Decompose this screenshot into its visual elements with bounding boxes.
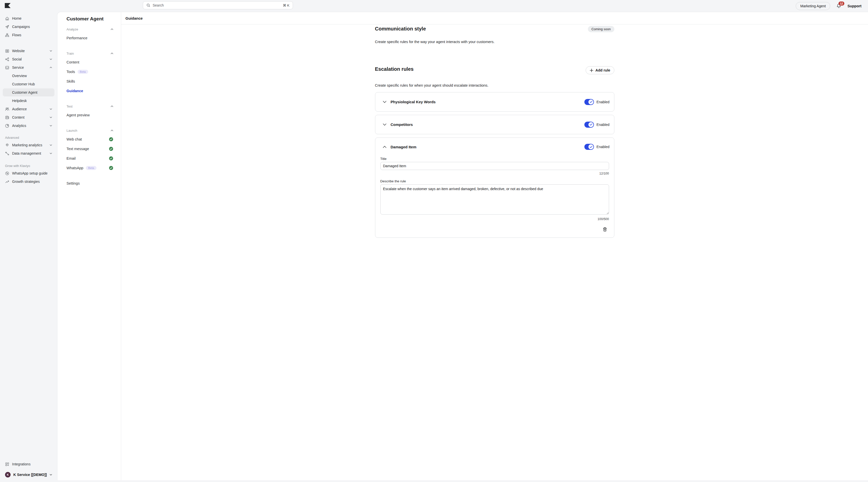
beta-badge: Beta <box>86 166 96 170</box>
chevron-up-icon <box>50 67 52 68</box>
sidebar-item-content[interactable]: Content <box>3 113 54 121</box>
test-section-header[interactable]: Test <box>66 104 113 108</box>
description-field-label: Describe the rule <box>380 179 434 183</box>
search-input[interactable] <box>153 3 281 7</box>
subnav-item-agent-preview[interactable]: Agent preview <box>66 111 113 119</box>
sidebar-item-customer-hub[interactable]: Customer Hub <box>3 80 54 88</box>
search-shortcut: ⌘ K <box>283 3 289 7</box>
escalation-rules-heading: Escalation rules <box>375 66 413 72</box>
subnav-item-whatsapp[interactable]: WhatsApp Beta <box>66 164 113 172</box>
sidebar-item-home[interactable]: Home <box>3 14 54 23</box>
chevron-down-icon <box>50 58 52 60</box>
customer-agent-subnav: Customer Agent Analyze Performance Train… <box>57 12 121 241</box>
rule-title-input[interactable] <box>380 162 434 170</box>
top-bar: ⌘ K Marketing Agent 12 Support <box>0 0 434 12</box>
chevron-down-icon <box>50 50 52 52</box>
sidebar-item-customer-agent[interactable]: Customer Agent <box>3 88 54 96</box>
chevron-down-icon <box>50 125 52 126</box>
check-circle-icon <box>109 166 113 170</box>
main-content: Guidance Communication style Coming soon… <box>121 12 434 241</box>
inbox-icon <box>5 65 9 70</box>
communication-style-heading: Communication style <box>375 26 426 32</box>
chevron-down-icon <box>50 108 52 110</box>
check-circle-icon <box>109 156 113 161</box>
global-search[interactable]: ⌘ K <box>143 1 293 9</box>
chevron-down-icon <box>50 117 52 118</box>
subnav-item-skills[interactable]: Skills <box>66 77 113 85</box>
search-icon <box>146 3 150 7</box>
rule-card-physiological: Physiological Key Words Enabled <box>375 92 434 111</box>
share-nodes-icon <box>5 57 9 61</box>
document-icon <box>5 49 9 53</box>
sidebar-item-whatsapp-setup[interactable]: WhatsApp setup guide <box>3 169 54 177</box>
sidebar-item-helpdesk[interactable]: Helpdesk <box>3 97 54 105</box>
chevron-up-icon <box>111 130 113 131</box>
escalation-rules-description: Create specific rules for when your agen… <box>375 83 434 87</box>
subnav-title: Customer Agent <box>66 16 113 22</box>
pie-chart-icon <box>5 124 9 128</box>
beta-badge: Beta <box>78 70 88 74</box>
sidebar-item-campaigns[interactable]: Campaigns <box>3 23 54 31</box>
description-char-counter: 100/500 <box>380 217 434 221</box>
home-icon <box>5 17 9 21</box>
rule-card-damaged-item: Damaged Item Enabled <box>375 137 434 238</box>
chevron-up-icon <box>111 28 113 30</box>
sidebar-item-audience[interactable]: Audience <box>3 105 54 113</box>
lightbulb-icon <box>5 143 9 147</box>
send-icon <box>5 25 9 29</box>
title-char-counter: 12/100 <box>380 172 434 175</box>
sidebar-item-service[interactable]: Service <box>3 63 54 71</box>
sidebar-item-overview[interactable]: Overview <box>3 72 54 80</box>
analyze-section-header[interactable]: Analyze <box>66 27 113 31</box>
chevron-up-icon <box>111 53 113 54</box>
check-circle-icon <box>109 147 113 151</box>
subnav-item-web-chat[interactable]: Web chat <box>66 135 113 143</box>
content-panel: Customer Agent Analyze Performance Train… <box>57 12 434 241</box>
grow-section-label: Grow with Klaviyo <box>5 164 52 168</box>
launch-section-header[interactable]: Launch <box>66 128 113 132</box>
sidebar-item-website[interactable]: Website <box>3 47 54 55</box>
subnav-item-text-message[interactable]: Text message <box>66 145 113 153</box>
sidebar-item-data-management[interactable]: Data management <box>3 149 54 157</box>
flow-icon <box>5 33 9 37</box>
title-field-label: Title <box>380 157 434 161</box>
advanced-section-label: Advanced <box>5 136 52 139</box>
subnav-item-content[interactable]: Content <box>66 58 113 66</box>
sidebar-item-analytics[interactable]: Analytics <box>3 122 54 130</box>
klaviyo-logo-icon[interactable] <box>5 3 10 8</box>
sidebar-item-growth-strategies[interactable]: Growth strategies <box>3 178 54 186</box>
chevron-down-icon[interactable] <box>383 101 386 103</box>
check-circle-icon <box>109 137 113 141</box>
data-nodes-icon <box>5 151 9 156</box>
subnav-item-performance[interactable]: Performance <box>66 34 113 42</box>
news-icon <box>5 115 9 120</box>
subnav-item-settings[interactable]: Settings <box>66 180 113 187</box>
chevron-down-icon[interactable] <box>383 123 386 126</box>
users-icon <box>5 107 9 111</box>
subnav-item-guidance[interactable]: Guidance <box>66 87 113 95</box>
trending-up-icon <box>5 180 9 184</box>
sidebar-item-marketing-analytics[interactable]: Marketing analytics <box>3 141 54 149</box>
chevron-down-icon <box>50 144 52 146</box>
chevron-up-icon[interactable] <box>383 146 386 148</box>
page-title: Guidance <box>121 12 434 25</box>
primary-sidebar: Home Campaigns Flows Website <box>0 12 57 241</box>
sidebar-item-social[interactable]: Social <box>3 55 54 63</box>
rule-description-textarea[interactable]: Escalate when the customer says an item … <box>380 184 434 215</box>
subnav-item-email[interactable]: Email <box>66 155 113 162</box>
rule-card-competitors: Competitors Enabled <box>375 115 434 134</box>
subnav-item-tools[interactable]: Tools Beta <box>66 68 113 75</box>
chevron-down-icon <box>50 153 52 154</box>
sidebar-item-flows[interactable]: Flows <box>3 31 54 39</box>
train-section-header[interactable]: Train <box>66 52 113 55</box>
communication-style-description: Create specific rules for the way your a… <box>375 40 434 44</box>
chevron-up-icon <box>111 105 113 107</box>
whatsapp-icon <box>5 171 9 175</box>
guidance-scroll-area[interactable]: Communication style Coming soon Create s… <box>121 25 434 241</box>
